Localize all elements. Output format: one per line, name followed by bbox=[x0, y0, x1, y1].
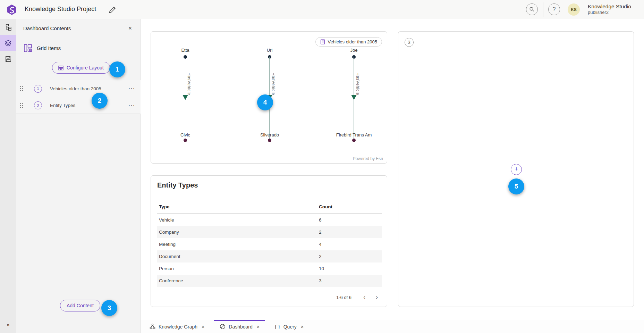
cell-count: 4 bbox=[319, 242, 382, 247]
table-row[interactable]: Conference 3 bbox=[157, 275, 382, 287]
entity-types-card[interactable]: Entity Types Type Count Vehicle 6 Compan… bbox=[151, 175, 387, 307]
column-header-count: Count bbox=[319, 204, 382, 209]
empty-grid-slot-card[interactable]: 3 + bbox=[398, 31, 634, 307]
close-icon: × bbox=[301, 324, 304, 330]
cell-count: 2 bbox=[319, 230, 382, 235]
expand-rail-button[interactable]: » bbox=[0, 319, 16, 330]
header-divider bbox=[543, 2, 543, 17]
sitemap-icon bbox=[5, 24, 11, 31]
cell-type: Meeting bbox=[157, 242, 319, 247]
rail-item-save[interactable] bbox=[0, 51, 16, 67]
close-tab-button[interactable]: × bbox=[257, 324, 260, 330]
drag-handle-icon[interactable] bbox=[19, 85, 24, 92]
close-tab-button[interactable]: × bbox=[202, 324, 204, 330]
graph-node-label[interactable]: Joe bbox=[319, 48, 389, 53]
graph-node-label[interactable]: Civic bbox=[151, 132, 220, 138]
chevron-right-icon: › bbox=[376, 294, 378, 300]
item-options-button[interactable]: ··· bbox=[128, 102, 135, 109]
ellipsis-icon: ··· bbox=[128, 85, 135, 91]
table-row[interactable]: Meeting 4 bbox=[157, 238, 382, 250]
app-root: Knowledge Studio Project ? KS Knowledge … bbox=[0, 0, 644, 333]
close-tab-button[interactable]: × bbox=[301, 324, 304, 330]
cell-type: Document bbox=[157, 254, 319, 259]
item-number-badge: 2 bbox=[34, 101, 42, 109]
chevron-left-icon: ‹ bbox=[363, 294, 365, 300]
close-icon: × bbox=[257, 324, 260, 330]
slot-number-badge: 3 bbox=[405, 38, 414, 47]
tab-dashboard[interactable]: Dashboard × bbox=[214, 320, 265, 333]
help-icon: ? bbox=[553, 6, 556, 13]
close-panel-button[interactable]: × bbox=[125, 23, 135, 34]
graph-node-label[interactable]: Etta bbox=[151, 48, 220, 53]
ellipsis-icon: ··· bbox=[128, 102, 135, 108]
step-badge-5: 5 bbox=[508, 178, 524, 194]
graph-node[interactable] bbox=[268, 139, 271, 142]
page-range-label: 1-6 of 6 bbox=[336, 295, 351, 300]
table-pagination: 1-6 of 6 ‹ › bbox=[336, 293, 381, 302]
user-info[interactable]: Knowledge Studio publisher2 bbox=[588, 3, 631, 16]
braces-icon: { } bbox=[275, 324, 280, 329]
drag-handle-icon[interactable] bbox=[19, 102, 24, 109]
edit-title-button[interactable] bbox=[109, 5, 118, 14]
graph-node[interactable] bbox=[184, 55, 187, 59]
tab-knowledge-graph[interactable]: Knowledge Graph × bbox=[144, 320, 210, 333]
help-button[interactable]: ? bbox=[548, 3, 560, 15]
rail-item-data-model[interactable] bbox=[0, 19, 16, 35]
grid-layout-icon bbox=[24, 44, 32, 52]
dashboard-canvas: Vehicles older than 2005 Etta HasVehicle… bbox=[141, 19, 644, 320]
next-page-button[interactable]: › bbox=[372, 293, 381, 302]
panel-header: Dashboard Contents × bbox=[16, 19, 140, 38]
grid-item-row[interactable]: 1 Vehicles older than 2005 ··· bbox=[16, 80, 141, 97]
save-icon bbox=[5, 56, 11, 62]
graph-node[interactable] bbox=[184, 139, 187, 142]
rail-item-dashboard-contents[interactable] bbox=[0, 35, 16, 51]
grid-items-label: Grid Items bbox=[37, 45, 61, 51]
search-button[interactable] bbox=[526, 3, 538, 15]
graph-column: Joe HasVehicle Firebird Trans Am bbox=[330, 32, 378, 164]
graph-node-label[interactable]: Firebird Trans Am bbox=[319, 132, 389, 138]
graph-column: Etta HasVehicle Civic bbox=[161, 32, 210, 164]
layers-icon bbox=[5, 40, 11, 47]
card-title: Entity Types bbox=[157, 181, 198, 189]
cell-type: Conference bbox=[157, 278, 319, 283]
step-badge-4: 4 bbox=[257, 94, 273, 110]
cell-type: Person bbox=[157, 266, 319, 271]
item-label: Entity Types bbox=[50, 103, 128, 108]
graph-node[interactable] bbox=[268, 55, 271, 59]
add-widget-button[interactable]: + bbox=[511, 164, 522, 175]
graph-node[interactable] bbox=[352, 139, 356, 142]
document-icon bbox=[320, 39, 325, 44]
project-title: Knowledge Studio Project bbox=[25, 6, 96, 13]
configure-layout-button[interactable]: Configure Layout bbox=[52, 62, 110, 74]
graph-node-label[interactable]: Silverado bbox=[235, 132, 304, 138]
graph-node-label[interactable]: Uri bbox=[235, 48, 304, 53]
graph-edge-label: HasVehicle bbox=[187, 73, 192, 95]
bottom-tab-bar: Knowledge Graph × Dashboard × { } Query … bbox=[141, 320, 644, 333]
add-content-button[interactable]: Add Content bbox=[60, 300, 100, 311]
layout-icon bbox=[58, 65, 63, 70]
user-role: publisher2 bbox=[588, 10, 631, 15]
item-label: Vehicles older than 2005 bbox=[50, 86, 128, 91]
table-row[interactable]: Person 10 bbox=[157, 263, 382, 275]
step-badge-2: 2 bbox=[92, 93, 108, 109]
configure-layout-label: Configure Layout bbox=[67, 65, 104, 70]
tab-query[interactable]: { } Query × bbox=[269, 320, 309, 333]
table-row[interactable]: Vehicle 6 bbox=[157, 214, 382, 226]
graph-edge-label: HasVehicle bbox=[355, 73, 360, 95]
pencil-icon bbox=[109, 6, 118, 13]
grid-items-section: Grid Items bbox=[16, 38, 140, 58]
column-header-type: Type bbox=[157, 204, 319, 209]
cell-count: 3 bbox=[319, 278, 382, 283]
table-row[interactable]: Document 2 bbox=[157, 250, 382, 263]
double-chevron-right-icon: » bbox=[7, 322, 9, 327]
close-icon: × bbox=[202, 324, 204, 330]
previous-page-button[interactable]: ‹ bbox=[360, 293, 369, 302]
grid-item-row[interactable]: 2 Entity Types ··· bbox=[16, 97, 141, 114]
user-avatar[interactable]: KS bbox=[568, 3, 580, 16]
cell-count: 6 bbox=[319, 217, 382, 223]
item-options-button[interactable]: ··· bbox=[128, 85, 135, 92]
tab-label: Knowledge Graph bbox=[159, 324, 197, 330]
graph-node[interactable] bbox=[352, 55, 356, 59]
table-row[interactable]: Company 2 bbox=[157, 226, 382, 238]
knowledge-graph-icon bbox=[150, 324, 155, 330]
